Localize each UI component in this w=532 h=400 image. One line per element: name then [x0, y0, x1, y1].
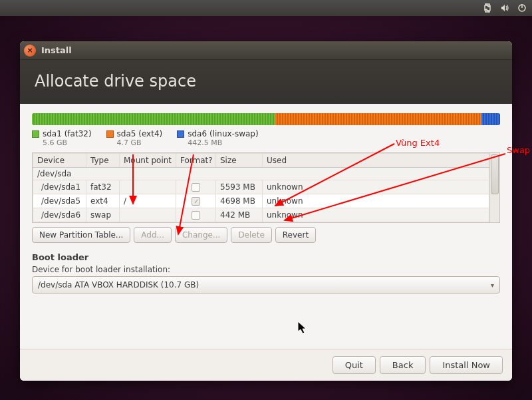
install-now-button[interactable]: Install Now: [430, 356, 503, 374]
table-row[interactable]: /dev/sda5 ext4 / 4698 MB unknown: [33, 194, 489, 208]
close-icon[interactable]: ×: [24, 45, 36, 57]
sound-icon[interactable]: [500, 3, 509, 13]
back-button[interactable]: Back: [380, 356, 426, 374]
titlebar: × Install: [20, 41, 512, 60]
col-size[interactable]: Size: [216, 154, 263, 168]
boot-loader-heading: Boot loader: [32, 252, 500, 262]
col-used[interactable]: Used: [263, 154, 489, 168]
table-row[interactable]: /dev/sda6 swap 442 MB unknown: [33, 208, 489, 222]
legend-color-icon: [177, 130, 184, 138]
table-scrollbar[interactable]: [489, 153, 499, 222]
revert-button[interactable]: Revert: [275, 227, 316, 243]
footer: Quit Back Install Now: [20, 349, 512, 381]
legend-size: 5.6 GB: [43, 138, 92, 147]
table-row[interactable]: /dev/sda1 fat32 5593 MB unknown: [33, 180, 489, 194]
legend-size: 442.5 MB: [188, 138, 258, 147]
legend-label: sda5 (ext4): [117, 129, 163, 138]
format-checkbox[interactable]: [192, 211, 200, 220]
change-button: Change...: [175, 227, 227, 243]
format-checkbox[interactable]: [192, 197, 200, 206]
network-icon[interactable]: [483, 3, 492, 13]
legend-item: sda1 (fat32) 5.6 GB: [32, 129, 92, 147]
boot-loader-label: Device for boot loader installation:: [32, 265, 500, 274]
col-mount[interactable]: Mount point: [120, 154, 176, 168]
legend-size: 4.7 GB: [117, 138, 163, 147]
table-header-row: Device Type Mount point Format? Size Use…: [33, 154, 489, 168]
content-area: sda1 (fat32) 5.6 GB sda5 (ext4) 4.7 GB s…: [20, 104, 512, 349]
col-device[interactable]: Device: [33, 154, 86, 168]
delete-button: Delete: [231, 227, 271, 243]
disk-segment: [32, 113, 275, 125]
legend-label: sda6 (linux-swap): [188, 129, 258, 138]
window-title: Install: [41, 45, 72, 55]
partition-table[interactable]: Device Type Mount point Format? Size Use…: [33, 153, 489, 222]
disk-usage-bar: [32, 113, 500, 125]
legend-color-icon: [32, 130, 39, 138]
boot-device-selected: /dev/sda ATA VBOX HARDDISK (10.7 GB): [38, 280, 199, 290]
legend-item: sda6 (linux-swap) 442.5 MB: [177, 129, 258, 147]
legend-item: sda5 (ext4) 4.7 GB: [106, 129, 163, 147]
top-panel: [0, 0, 532, 16]
partition-table-wrap: Device Type Mount point Format? Size Use…: [32, 152, 500, 223]
disk-segment: [481, 113, 500, 125]
new-partition-table-button[interactable]: New Partition Table...: [32, 227, 130, 243]
power-icon[interactable]: [517, 3, 527, 13]
legend-label: sda1 (fat32): [43, 129, 92, 138]
format-checkbox[interactable]: [192, 183, 200, 192]
legend-color-icon: [106, 130, 114, 138]
chevron-down-icon: ▾: [491, 282, 494, 289]
legend: sda1 (fat32) 5.6 GB sda5 (ext4) 4.7 GB s…: [32, 129, 500, 147]
partition-buttons: New Partition Table... Add... Change... …: [32, 227, 500, 243]
quit-button[interactable]: Quit: [332, 356, 376, 374]
col-format[interactable]: Format?: [176, 154, 216, 168]
installer-window: × Install Allocate drive space sda1 (fat…: [20, 41, 512, 381]
boot-device-dropdown[interactable]: /dev/sda ATA VBOX HARDDISK (10.7 GB) ▾: [32, 276, 500, 294]
add-button: Add...: [134, 227, 172, 243]
col-type[interactable]: Type: [86, 154, 120, 168]
table-scrollbar-thumb[interactable]: [491, 154, 499, 194]
table-row[interactable]: /dev/sda: [33, 168, 489, 180]
page-heading: Allocate drive space: [20, 60, 512, 104]
disk-segment: [275, 113, 481, 125]
